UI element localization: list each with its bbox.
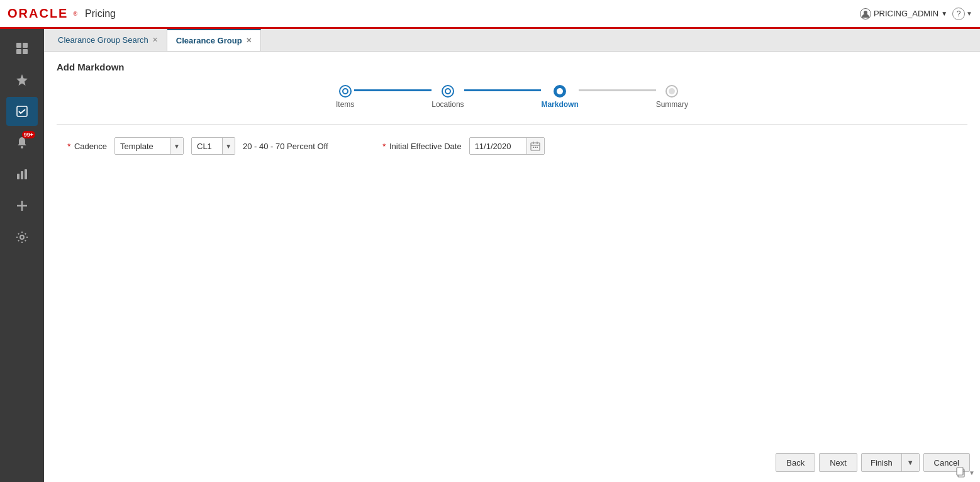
- step-locations: Locations: [432, 85, 464, 109]
- svg-rect-4: [23, 49, 28, 54]
- cl-dropdown-arrow[interactable]: ▼: [222, 138, 235, 154]
- tab-label-clearance-group-search: Clearance Group Search: [58, 35, 148, 45]
- help-dropdown-arrow: ▼: [966, 10, 972, 17]
- date-input[interactable]: [470, 138, 526, 154]
- tab-clearance-group[interactable]: Clearance Group ✕: [167, 29, 261, 51]
- sidebar-item-grid[interactable]: [6, 34, 38, 63]
- initial-effective-date-label: * Initial Effective Date: [361, 142, 462, 151]
- wizard-steps: Items Locations: [57, 85, 967, 109]
- tab-close-clearance-group-search[interactable]: ✕: [152, 36, 158, 43]
- date-input-wrap: [469, 137, 545, 155]
- oracle-wordmark: ORACLE: [8, 6, 68, 21]
- svg-rect-1: [16, 43, 21, 48]
- tab-clearance-group-search[interactable]: Clearance Group Search ✕: [49, 29, 167, 51]
- svg-point-7: [21, 146, 23, 149]
- step-circle-markdown: [554, 85, 566, 98]
- tabs-bar: Clearance Group Search ✕ Clearance Group…: [44, 29, 980, 52]
- step-circle-items: [339, 85, 352, 98]
- user-avatar-icon: [860, 8, 871, 20]
- step-circle-summary: [665, 85, 678, 98]
- svg-rect-20: [537, 147, 538, 148]
- finish-button[interactable]: Finish: [862, 454, 901, 471]
- header-right: PRICING_ADMIN ▼ ? ▼: [860, 8, 972, 20]
- template-dropdown-arrow[interactable]: ▼: [170, 138, 183, 154]
- copy-icon[interactable]: [955, 466, 966, 479]
- sidebar-item-favorites[interactable]: [6, 65, 38, 94]
- sidebar: 99+: [0, 29, 44, 482]
- step-markdown: Markdown: [541, 85, 578, 109]
- step-label-locations: Locations: [432, 100, 464, 109]
- svg-rect-19: [535, 147, 536, 148]
- user-menu[interactable]: PRICING_ADMIN ▼: [860, 8, 947, 20]
- step-connector-2: [464, 89, 542, 91]
- step-label-items: Items: [336, 100, 354, 109]
- sidebar-item-reports[interactable]: [6, 160, 38, 189]
- help-button[interactable]: ? ▼: [952, 8, 972, 20]
- svg-rect-3: [16, 49, 21, 54]
- page-title: Add Markdown: [57, 62, 967, 72]
- user-dropdown-arrow: ▼: [941, 10, 947, 17]
- footer-buttons: Back Next Finish ▼ Cancel: [776, 453, 970, 472]
- svg-rect-18: [533, 147, 534, 148]
- step-summary: Summary: [656, 85, 688, 109]
- step-label-markdown: Markdown: [541, 100, 578, 109]
- sidebar-item-add[interactable]: [6, 191, 38, 220]
- svg-rect-9: [21, 171, 23, 179]
- sidebar-item-notifications[interactable]: 99+: [6, 128, 38, 157]
- back-button[interactable]: Back: [776, 453, 815, 472]
- page-content: Add Markdown Items: [44, 52, 980, 482]
- svg-rect-8: [17, 174, 19, 179]
- top-header: ORACLE ® Pricing PRICING_ADMIN ▼ ? ▼: [0, 0, 980, 29]
- finish-button-wrap: Finish ▼: [861, 453, 920, 472]
- step-circle-locations: [442, 85, 454, 98]
- percent-off-label: 20 - 40 - 70 Percent Off: [243, 142, 328, 151]
- section-divider: [57, 124, 967, 125]
- registered-trademark: ®: [73, 11, 77, 17]
- template-select[interactable]: Template: [115, 138, 170, 154]
- svg-rect-10: [25, 169, 27, 179]
- finish-dropdown-button[interactable]: ▼: [901, 454, 919, 471]
- help-icon: ?: [952, 8, 965, 20]
- required-star-date: *: [382, 142, 386, 151]
- username-label: PRICING_ADMIN: [874, 9, 938, 18]
- notification-badge: 99+: [22, 131, 35, 138]
- tab-label-clearance-group: Clearance Group: [176, 36, 242, 45]
- required-star-cadence: *: [67, 142, 70, 151]
- next-button[interactable]: Next: [819, 453, 857, 472]
- expand-dropdown-icon[interactable]: ▼: [969, 469, 975, 476]
- step-label-summary: Summary: [656, 100, 688, 109]
- svg-rect-22: [957, 468, 963, 475]
- svg-marker-5: [16, 74, 28, 86]
- step-connector-1: [354, 89, 432, 91]
- app-title: Pricing: [85, 8, 116, 20]
- step-items: Items: [336, 85, 354, 109]
- content-area: Clearance Group Search ✕ Clearance Group…: [44, 29, 980, 482]
- template-select-wrap: Template ▼: [114, 137, 184, 155]
- sidebar-item-tasks[interactable]: [6, 97, 38, 126]
- svg-point-13: [20, 235, 24, 239]
- cadence-label: * Cadence: [57, 142, 107, 151]
- bottom-right-icons: ▼: [955, 466, 975, 479]
- form-row-cadence: * Cadence Template ▼ CL1 ▼: [57, 137, 967, 155]
- main-layout: 99+ Clearance Group Sear: [0, 29, 980, 482]
- cl-select-wrap: CL1 ▼: [191, 137, 235, 155]
- oracle-logo: ORACLE ® Pricing: [8, 6, 116, 21]
- calendar-button[interactable]: [526, 138, 544, 154]
- sidebar-item-settings[interactable]: [6, 223, 38, 252]
- svg-rect-2: [23, 43, 28, 48]
- step-connector-3: [579, 89, 656, 91]
- cl-select[interactable]: CL1: [192, 138, 222, 154]
- steps-track: Items Locations: [336, 85, 688, 109]
- tab-close-clearance-group[interactable]: ✕: [246, 37, 252, 44]
